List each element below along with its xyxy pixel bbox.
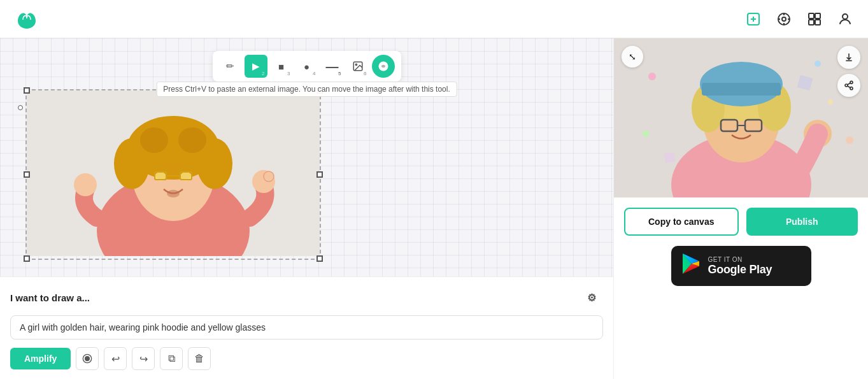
toolbar-hint: Press Ctrl+V to paste an external image.…	[156, 82, 457, 97]
svg-rect-44	[664, 152, 675, 163]
google-play-icon	[681, 252, 702, 280]
svg-point-38	[648, 73, 656, 80]
image-tool[interactable]: 6	[346, 55, 369, 78]
svg-point-33	[264, 171, 274, 182]
svg-point-59	[845, 84, 848, 87]
canvas-image-container[interactable]	[25, 89, 321, 260]
prompt-area: I want to draw a... ⚙ Amplify ↩ ↪ ⧉ 🗑	[0, 276, 613, 379]
svg-rect-52	[702, 83, 781, 96]
cursor-tool[interactable]: ▶2	[245, 55, 267, 78]
svg-line-62	[848, 83, 851, 85]
menu-icon[interactable]	[804, 9, 825, 29]
handle-top-left[interactable]	[24, 87, 30, 94]
main-layout: ✏ ▶2 ■3 ●4 —5 6 Press Ctrl+V to paste an…	[0, 38, 868, 379]
svg-point-25	[178, 127, 206, 153]
google-play-section: GET IT ON Google Play	[661, 246, 822, 296]
delete-btn[interactable]: 🗑	[188, 347, 211, 370]
prompt-actions: Amplify ↩ ↪ ⧉ 🗑	[10, 347, 603, 370]
svg-point-39	[815, 61, 821, 67]
svg-point-60	[850, 87, 853, 90]
user-icon[interactable]	[835, 9, 855, 29]
svg-rect-12	[815, 20, 820, 25]
svg-point-15	[355, 64, 357, 65]
app-header	[0, 0, 868, 38]
amplify-button[interactable]: Amplify	[10, 348, 71, 369]
pencil-tool[interactable]: ✏	[219, 55, 242, 78]
undo-btn[interactable]: ↩	[104, 347, 127, 370]
copy-to-canvas-button[interactable]: Copy to canvas	[624, 208, 739, 236]
handle-middle-right[interactable]	[317, 171, 323, 178]
handle-middle-left[interactable]	[24, 171, 30, 178]
settings-btn[interactable]: ⚙	[580, 286, 603, 309]
svg-rect-11	[809, 20, 814, 25]
right-panel: ⤡ Copy to canvas Publish	[613, 38, 868, 379]
canvas-area[interactable]: ✏ ▶2 ■3 ●4 —5 6 Press Ctrl+V to paste an…	[0, 38, 613, 379]
color-picker-btn[interactable]	[76, 347, 99, 370]
copy-layers-btn[interactable]: ⧉	[160, 347, 183, 370]
handle-bottom-right[interactable]	[317, 255, 323, 262]
svg-point-35	[85, 357, 90, 361]
ai-tool[interactable]	[372, 55, 395, 78]
google-play-badge[interactable]: GET IT ON Google Play	[671, 246, 811, 286]
svg-point-4	[782, 17, 786, 21]
publish-button[interactable]: Publish	[746, 208, 858, 236]
svg-point-31	[74, 173, 97, 196]
svg-point-40	[828, 99, 833, 104]
logo[interactable]	[13, 8, 41, 30]
svg-rect-9	[809, 13, 814, 18]
rectangle-tool[interactable]: ■3	[270, 55, 293, 78]
expand-icon[interactable]: ⤡	[622, 46, 643, 68]
svg-point-58	[850, 81, 853, 83]
svg-point-13	[843, 14, 848, 19]
svg-point-30	[167, 190, 180, 197]
svg-rect-10	[815, 13, 820, 18]
result-action-buttons: Copy to canvas Publish	[614, 197, 868, 246]
prompt-input[interactable]	[10, 315, 603, 340]
svg-point-24	[140, 127, 168, 153]
compass-icon[interactable]	[774, 9, 794, 29]
share-btn[interactable]	[837, 74, 860, 97]
google-play-text: GET IT ON Google Play	[708, 256, 772, 276]
svg-point-41	[643, 131, 649, 137]
header-icons	[743, 9, 855, 29]
result-actions-column	[837, 46, 860, 97]
svg-point-42	[846, 136, 853, 144]
result-image-container: ⤡	[614, 38, 868, 197]
download-btn[interactable]	[837, 46, 860, 69]
svg-line-61	[848, 86, 851, 88]
circle-tool[interactable]: ●4	[295, 55, 318, 78]
toolbar: ✏ ▶2 ■3 ●4 —5 6	[213, 51, 401, 82]
result-image	[614, 38, 868, 197]
line-tool[interactable]: —5	[321, 55, 344, 78]
selection-handle-ref	[18, 105, 23, 110]
redo-btn[interactable]: ↪	[132, 347, 155, 370]
add-icon[interactable]	[743, 9, 764, 29]
canvas-image	[27, 90, 320, 256]
handle-bottom-left[interactable]	[24, 255, 30, 262]
prompt-label: I want to draw a... ⚙	[10, 286, 603, 309]
